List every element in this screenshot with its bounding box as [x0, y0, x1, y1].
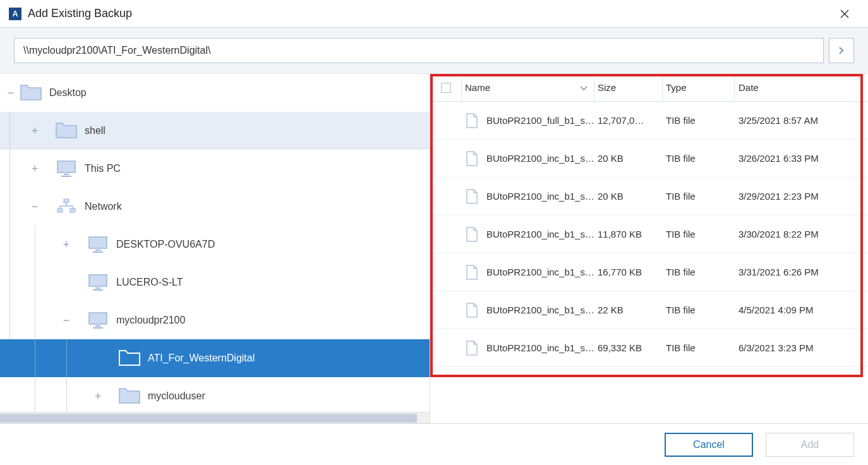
tree-node-shell[interactable]: + shell — [0, 112, 430, 150]
expander-plus-icon[interactable]: + — [19, 164, 51, 173]
file-size: 16,770 KB — [598, 267, 642, 277]
tree-node-folder[interactable]: + myclouduser — [0, 377, 430, 415]
tree-node-ati-folder[interactable]: ATI_For_WesternDigital — [0, 339, 430, 377]
select-all-checkbox[interactable] — [430, 74, 462, 101]
cancel-button[interactable]: Cancel — [665, 433, 753, 457]
file-type: TIB file — [666, 229, 696, 239]
expander-plus-icon[interactable]: + — [51, 240, 82, 249]
svg-rect-16 — [95, 287, 100, 289]
svg-rect-15 — [89, 275, 107, 286]
chevron-right-icon — [839, 47, 844, 54]
tree-node-network[interactable]: − Network — [0, 188, 430, 226]
close-icon — [840, 9, 849, 18]
file-row[interactable]: BUtoPR2100_inc_b1_s… 20 KB TIB file 3/26… — [430, 140, 868, 178]
file-row[interactable]: BUtoPR2100_inc_b1_s… 11,870 KB TIB file … — [430, 215, 868, 253]
tree-label: This PC — [85, 163, 121, 174]
monitor-icon — [87, 311, 109, 329]
file-icon — [465, 112, 479, 129]
network-icon — [56, 198, 77, 215]
file-type: TIB file — [666, 305, 696, 315]
dialog-button-bar: Cancel Add — [0, 423, 868, 465]
column-header-date[interactable]: Date — [735, 82, 868, 93]
file-date: 3/30/2021 8:22 PM — [738, 229, 819, 239]
file-name: BUtoPR2100_inc_b1_s… — [486, 342, 594, 353]
tree-node-computer[interactable]: − mycloudpr2100 — [0, 301, 430, 339]
svg-rect-20 — [93, 327, 103, 329]
folder-icon — [119, 349, 140, 367]
svg-rect-6 — [57, 208, 63, 212]
file-name: BUtoPR2100_inc_b1_s… — [486, 305, 594, 315]
monitor-icon — [87, 274, 109, 291]
add-button[interactable]: Add — [766, 433, 854, 457]
file-name: BUtoPR2100_inc_b1_s… — [486, 153, 594, 164]
file-list-body: BUtoPR2100_full_b1_s… 12,707,0… TIB file… — [430, 102, 868, 367]
svg-rect-7 — [70, 208, 75, 212]
app-icon: A — [9, 8, 21, 20]
path-input[interactable] — [14, 38, 824, 63]
file-date: 3/25/2021 8:57 AM — [738, 115, 818, 126]
file-list-pane: Name Size Type Date BUtoPR2100_full_b1_s… — [430, 74, 868, 423]
file-date: 4/5/2021 4:09 PM — [738, 305, 813, 315]
svg-rect-13 — [95, 250, 100, 251]
file-type: TIB file — [666, 115, 696, 126]
tree-label: LUCERO-S-LT — [116, 277, 183, 288]
expander-plus-icon[interactable]: + — [82, 392, 114, 401]
file-type: TIB file — [666, 267, 696, 277]
file-row[interactable]: BUtoPR2100_inc_b1_s… 20 KB TIB file 3/29… — [430, 178, 868, 215]
file-size: 12,707,0… — [598, 115, 644, 126]
svg-rect-19 — [95, 325, 100, 327]
tree-pane[interactable]: − Desktop + shell — [0, 74, 430, 423]
svg-rect-14 — [93, 251, 103, 253]
tree-label: mycloudpr2100 — [116, 315, 185, 326]
file-icon — [465, 188, 479, 205]
file-icon — [465, 226, 479, 243]
file-row[interactable]: BUtoPR2100_inc_b1_s… 22 KB TIB file 4/5/… — [430, 291, 868, 329]
folder-icon — [119, 387, 140, 405]
tree-node-computer[interactable]: LUCERO-S-LT — [0, 263, 430, 301]
tree-node-desktop[interactable]: − Desktop — [0, 74, 430, 112]
tree-node-thispc[interactable]: + This PC — [0, 150, 430, 188]
column-header-name[interactable]: Name — [462, 74, 594, 101]
horizontal-scrollbar[interactable] — [0, 412, 430, 423]
column-header-type[interactable]: Type — [663, 74, 735, 101]
tree-label: myclouduser — [148, 390, 205, 402]
expander-minus-icon[interactable]: − — [51, 316, 82, 325]
file-row[interactable]: BUtoPR2100_inc_b1_s… 16,770 KB TIB file … — [430, 253, 868, 291]
file-icon — [465, 150, 479, 167]
chevron-down-icon — [580, 82, 588, 93]
svg-rect-12 — [89, 237, 107, 248]
tree-label: Desktop — [49, 87, 87, 99]
tree-node-computer[interactable]: + DESKTOP-OVU6A7D — [0, 226, 430, 263]
file-size: 20 KB — [598, 153, 624, 164]
close-button[interactable] — [830, 0, 859, 28]
column-header-size[interactable]: Size — [594, 74, 663, 101]
path-go-button[interactable] — [829, 38, 854, 63]
expander-minus-icon[interactable]: − — [6, 88, 15, 97]
file-date: 3/31/2021 6:26 PM — [738, 267, 819, 277]
file-type: TIB file — [666, 153, 696, 164]
svg-rect-4 — [61, 176, 71, 177]
file-row[interactable]: BUtoPR2100_full_b1_s… 12,707,0… TIB file… — [430, 102, 868, 140]
file-date: 6/3/2021 3:23 PM — [738, 342, 813, 353]
column-label: Size — [598, 82, 616, 93]
svg-rect-18 — [89, 313, 107, 324]
file-size: 11,870 KB — [598, 229, 642, 239]
column-label: Type — [666, 82, 687, 93]
scrollbar-thumb[interactable] — [0, 414, 417, 423]
svg-rect-17 — [93, 289, 103, 291]
window-title: Add Existing Backup — [28, 7, 132, 20]
folder-icon — [20, 84, 42, 102]
tree-label: DESKTOP-OVU6A7D — [116, 239, 215, 250]
file-list-header: Name Size Type Date — [430, 74, 868, 102]
file-type: TIB file — [666, 342, 696, 353]
column-label: Name — [465, 82, 490, 93]
column-label: Date — [738, 82, 759, 93]
expander-minus-icon[interactable]: − — [19, 202, 51, 211]
file-date: 3/26/2021 6:33 PM — [738, 153, 819, 164]
file-name: BUtoPR2100_inc_b1_s… — [486, 229, 594, 239]
file-date: 3/29/2021 2:23 PM — [738, 191, 819, 202]
svg-rect-3 — [64, 174, 69, 175]
file-row[interactable]: BUtoPR2100_inc_b1_s… 69,332 KB TIB file … — [430, 329, 868, 367]
file-name: BUtoPR2100_full_b1_s… — [486, 115, 594, 126]
expander-plus-icon[interactable]: + — [19, 126, 51, 135]
